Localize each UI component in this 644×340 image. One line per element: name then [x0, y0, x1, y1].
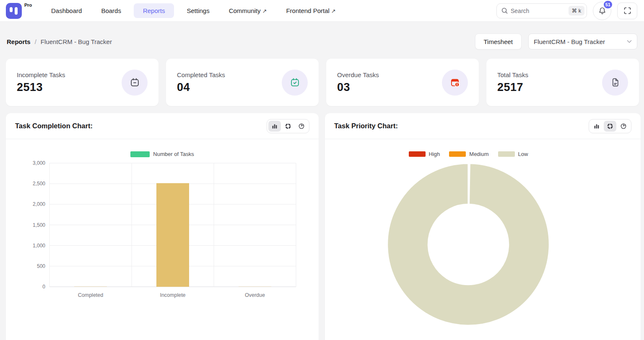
top-nav: Pro Dashboard Boards Reports Settings Co…: [0, 0, 644, 22]
bar-chart-icon: [594, 123, 600, 129]
stat-value: 04: [177, 81, 225, 94]
pro-badge: Pro: [24, 3, 32, 8]
external-link-icon: ↗: [331, 8, 336, 14]
legend-swatch: [409, 151, 426, 157]
stat-label: Overdue Tasks: [337, 71, 379, 78]
breadcrumb-reports-link[interactable]: Reports: [7, 38, 31, 45]
donut-chart-toggle[interactable]: [282, 121, 294, 132]
app-logo[interactable]: Pro: [6, 3, 32, 19]
legend-label: High: [429, 151, 440, 157]
donut-chart-toggle[interactable]: [604, 121, 616, 132]
legend-item-medium[interactable]: Medium: [449, 151, 488, 157]
task-priority-chart-title: Task Priority Chart:: [334, 122, 398, 130]
stat-card-total: Total Tasks 2517: [486, 59, 639, 106]
task-completion-chart-card: Task Completion Chart: Number of Tasks 0…: [6, 113, 319, 340]
nav-item-community[interactable]: Community↗: [222, 3, 274, 18]
stat-value: 2517: [497, 81, 528, 94]
bar-chart-toggle[interactable]: [268, 121, 281, 132]
svg-text:Overdue: Overdue: [245, 292, 265, 298]
donut-chart-icon: [607, 123, 613, 129]
svg-text:Completed: Completed: [78, 292, 103, 298]
chart-type-toggle-group: [267, 119, 309, 133]
bar-chart-legend[interactable]: Number of Tasks: [6, 151, 319, 157]
bar-chart-toggle[interactable]: [590, 121, 603, 132]
legend-swatch: [130, 151, 150, 157]
search-icon: [501, 8, 508, 14]
timesheet-button[interactable]: Timesheet: [475, 34, 522, 49]
board-selector-dropdown[interactable]: FluentCRM - Bug Tracker: [528, 34, 637, 49]
pie-chart-icon: [299, 123, 304, 129]
task-priority-chart-card: Task Priority Chart: High Medium Low: [325, 113, 641, 340]
breadcrumb-current: FluentCRM - Bug Tracker: [41, 38, 112, 45]
donut-chart-icon: [285, 123, 291, 129]
nav-item-frontend-portal[interactable]: Frontend Portal↗: [279, 3, 342, 18]
chevron-down-icon: [627, 40, 632, 43]
nav-item-dashboard[interactable]: Dashboard: [44, 3, 88, 18]
nav-item-settings[interactable]: Settings: [180, 3, 216, 18]
kanban-logo-icon: [6, 3, 22, 19]
svg-text:2,000: 2,000: [33, 201, 45, 207]
nav-item-reports[interactable]: Reports: [134, 3, 174, 18]
pie-chart-toggle[interactable]: [295, 121, 308, 132]
breadcrumb-toolbar: Reports / FluentCRM - Bug Tracker Timesh…: [7, 34, 637, 49]
stat-card-completed: Completed Tasks 04: [166, 59, 319, 106]
calendar-alert-icon: [449, 77, 460, 88]
stat-card-incomplete: Incomplete Tasks 2513: [6, 59, 158, 106]
calendar-minus-icon: [130, 77, 140, 88]
svg-text:Incomplete: Incomplete: [160, 292, 185, 298]
stat-label: Completed Tasks: [177, 71, 225, 78]
external-link-icon: ↗: [262, 8, 267, 14]
legend-swatch: [449, 151, 466, 157]
nav-item-boards[interactable]: Boards: [94, 3, 128, 18]
svg-text:500: 500: [37, 263, 45, 269]
legend-label: Medium: [469, 151, 488, 157]
stat-card-overdue: Overdue Tasks 03: [326, 59, 479, 106]
task-completion-bar-chart: 05001,0001,5002,0002,5003,000CompletedIn…: [18, 160, 304, 302]
legend-label: Low: [518, 151, 528, 157]
svg-text:2,500: 2,500: [33, 181, 45, 187]
stat-label: Incomplete Tasks: [17, 71, 65, 78]
fullscreen-button[interactable]: [617, 3, 637, 19]
search-input[interactable]: Search ⌘ k: [496, 3, 587, 18]
notification-count-badge: 51: [603, 0, 613, 9]
pie-chart-toggle[interactable]: [617, 121, 630, 132]
task-priority-donut-chart: [384, 161, 552, 328]
chart-type-toggle-group: [589, 119, 631, 133]
fullscreen-icon: [624, 7, 631, 14]
svg-text:3,000: 3,000: [33, 160, 45, 166]
calendar-check-icon: [290, 77, 300, 88]
bar-chart-icon: [272, 123, 278, 129]
search-placeholder: Search: [511, 8, 529, 14]
donut-chart-legend: High Medium Low: [325, 151, 612, 157]
search-shortcut-badge: ⌘ k: [569, 6, 584, 16]
stat-label: Total Tasks: [497, 71, 528, 78]
file-text-icon: [610, 77, 621, 88]
breadcrumb-separator: /: [35, 38, 36, 45]
legend-label: Number of Tasks: [153, 151, 194, 157]
stat-value: 2513: [17, 81, 65, 94]
svg-text:1,000: 1,000: [33, 243, 45, 249]
legend-item-low[interactable]: Low: [498, 151, 528, 157]
task-completion-chart-title: Task Completion Chart:: [15, 122, 93, 130]
svg-text:0: 0: [42, 284, 45, 290]
notifications-button[interactable]: 51: [593, 2, 611, 20]
legend-item-high[interactable]: High: [409, 151, 440, 157]
stats-row: Incomplete Tasks 2513 Completed Tasks 04…: [6, 59, 639, 106]
pie-chart-icon: [621, 123, 626, 129]
stat-value: 03: [337, 81, 379, 94]
main-nav: Dashboard Boards Reports Settings Commun…: [44, 3, 343, 18]
board-selector-value: FluentCRM - Bug Tracker: [534, 38, 605, 45]
svg-text:1,500: 1,500: [33, 222, 45, 228]
legend-swatch: [498, 151, 515, 157]
